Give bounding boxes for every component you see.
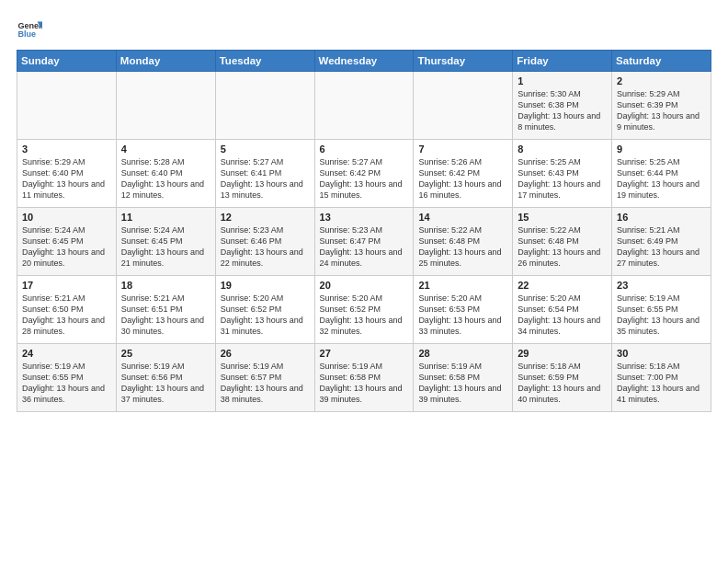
header: General Blue: [17, 17, 711, 42]
day-info: Sunrise: 5:29 AM Sunset: 6:39 PM Dayligh…: [617, 88, 706, 133]
day-cell: 15Sunrise: 5:22 AM Sunset: 6:48 PM Dayli…: [513, 208, 612, 276]
day-number: 15: [518, 212, 607, 223]
day-info: Sunrise: 5:21 AM Sunset: 6:49 PM Dayligh…: [617, 224, 706, 270]
day-cell: 30Sunrise: 5:18 AM Sunset: 7:00 PM Dayli…: [612, 344, 711, 412]
header-cell-monday: Monday: [116, 51, 215, 72]
week-row-3: 10Sunrise: 5:24 AM Sunset: 6:45 PM Dayli…: [17, 208, 711, 276]
day-cell: 14Sunrise: 5:22 AM Sunset: 6:48 PM Dayli…: [414, 208, 513, 276]
day-number: 2: [617, 75, 706, 86]
day-cell: 5Sunrise: 5:27 AM Sunset: 6:41 PM Daylig…: [215, 140, 314, 208]
header-row: SundayMondayTuesdayWednesdayThursdayFrid…: [17, 51, 711, 72]
day-cell: 29Sunrise: 5:18 AM Sunset: 6:59 PM Dayli…: [513, 344, 612, 412]
day-cell: 19Sunrise: 5:20 AM Sunset: 6:52 PM Dayli…: [215, 276, 314, 344]
svg-text:Blue: Blue: [17, 29, 36, 39]
day-info: Sunrise: 5:22 AM Sunset: 6:48 PM Dayligh…: [418, 224, 507, 270]
day-number: 28: [418, 348, 507, 359]
day-number: 25: [121, 348, 210, 359]
day-number: 12: [221, 212, 310, 223]
day-number: 6: [320, 144, 409, 155]
day-number: 7: [418, 144, 507, 155]
day-number: 20: [320, 280, 409, 291]
day-number: 8: [518, 144, 607, 155]
day-info: Sunrise: 5:21 AM Sunset: 6:50 PM Dayligh…: [22, 293, 111, 338]
day-info: Sunrise: 5:28 AM Sunset: 6:40 PM Dayligh…: [121, 156, 210, 201]
header-cell-tuesday: Tuesday: [215, 51, 314, 72]
day-cell: 8Sunrise: 5:25 AM Sunset: 6:43 PM Daylig…: [513, 140, 612, 208]
day-number: 3: [22, 144, 111, 155]
day-info: Sunrise: 5:21 AM Sunset: 6:51 PM Dayligh…: [121, 293, 210, 338]
day-info: Sunrise: 5:26 AM Sunset: 6:42 PM Dayligh…: [418, 156, 507, 201]
page: General Blue SundayMondayTuesdayWednesda…: [0, 0, 728, 421]
day-number: 16: [617, 212, 706, 223]
day-info: Sunrise: 5:18 AM Sunset: 7:00 PM Dayligh…: [617, 361, 706, 406]
day-info: Sunrise: 5:24 AM Sunset: 6:45 PM Dayligh…: [22, 224, 111, 270]
week-row-2: 3Sunrise: 5:29 AM Sunset: 6:40 PM Daylig…: [17, 140, 711, 208]
day-info: Sunrise: 5:24 AM Sunset: 6:45 PM Dayligh…: [121, 224, 210, 270]
header-cell-thursday: Thursday: [414, 51, 513, 72]
logo-icon: General Blue: [17, 17, 42, 42]
day-number: 13: [320, 212, 409, 223]
day-cell: 7Sunrise: 5:26 AM Sunset: 6:42 PM Daylig…: [414, 140, 513, 208]
logo: General Blue: [17, 17, 46, 42]
day-number: 29: [518, 348, 607, 359]
day-info: Sunrise: 5:20 AM Sunset: 6:53 PM Dayligh…: [418, 293, 507, 338]
day-info: Sunrise: 5:27 AM Sunset: 6:41 PM Dayligh…: [221, 156, 310, 201]
day-info: Sunrise: 5:23 AM Sunset: 6:47 PM Dayligh…: [320, 224, 409, 270]
header-cell-wednesday: Wednesday: [314, 51, 414, 72]
day-cell: 26Sunrise: 5:19 AM Sunset: 6:57 PM Dayli…: [215, 344, 314, 412]
day-info: Sunrise: 5:19 AM Sunset: 6:58 PM Dayligh…: [320, 361, 409, 406]
day-cell: 3Sunrise: 5:29 AM Sunset: 6:40 PM Daylig…: [17, 140, 117, 208]
day-number: 11: [121, 212, 210, 223]
day-info: Sunrise: 5:19 AM Sunset: 6:58 PM Dayligh…: [418, 361, 507, 406]
day-cell: 1Sunrise: 5:30 AM Sunset: 6:38 PM Daylig…: [513, 72, 612, 140]
day-number: 22: [518, 280, 607, 291]
day-info: Sunrise: 5:19 AM Sunset: 6:55 PM Dayligh…: [617, 293, 706, 338]
day-cell: 6Sunrise: 5:27 AM Sunset: 6:42 PM Daylig…: [314, 140, 414, 208]
day-cell: 23Sunrise: 5:19 AM Sunset: 6:55 PM Dayli…: [612, 276, 711, 344]
calendar-table: SundayMondayTuesdayWednesdayThursdayFrid…: [17, 50, 711, 412]
day-number: 4: [121, 144, 210, 155]
day-info: Sunrise: 5:30 AM Sunset: 6:38 PM Dayligh…: [518, 88, 607, 133]
day-cell: [314, 72, 414, 140]
day-info: Sunrise: 5:23 AM Sunset: 6:46 PM Dayligh…: [221, 224, 310, 270]
day-cell: 16Sunrise: 5:21 AM Sunset: 6:49 PM Dayli…: [612, 208, 711, 276]
day-number: 21: [418, 280, 507, 291]
day-cell: 24Sunrise: 5:19 AM Sunset: 6:55 PM Dayli…: [17, 344, 117, 412]
day-info: Sunrise: 5:29 AM Sunset: 6:40 PM Dayligh…: [22, 156, 111, 201]
day-number: 19: [221, 280, 310, 291]
day-info: Sunrise: 5:20 AM Sunset: 6:54 PM Dayligh…: [518, 293, 607, 338]
day-number: 26: [221, 348, 310, 359]
day-info: Sunrise: 5:22 AM Sunset: 6:48 PM Dayligh…: [518, 224, 607, 270]
day-cell: 9Sunrise: 5:25 AM Sunset: 6:44 PM Daylig…: [612, 140, 711, 208]
day-cell: 12Sunrise: 5:23 AM Sunset: 6:46 PM Dayli…: [215, 208, 314, 276]
day-info: Sunrise: 5:19 AM Sunset: 6:55 PM Dayligh…: [22, 361, 111, 406]
day-cell: [17, 72, 117, 140]
day-cell: [414, 72, 513, 140]
day-cell: 11Sunrise: 5:24 AM Sunset: 6:45 PM Dayli…: [116, 208, 215, 276]
day-cell: 10Sunrise: 5:24 AM Sunset: 6:45 PM Dayli…: [17, 208, 117, 276]
day-info: Sunrise: 5:27 AM Sunset: 6:42 PM Dayligh…: [320, 156, 409, 201]
day-number: 9: [617, 144, 706, 155]
day-cell: 25Sunrise: 5:19 AM Sunset: 6:56 PM Dayli…: [116, 344, 215, 412]
day-cell: 18Sunrise: 5:21 AM Sunset: 6:51 PM Dayli…: [116, 276, 215, 344]
day-cell: [215, 72, 314, 140]
day-number: 24: [22, 348, 111, 359]
day-info: Sunrise: 5:19 AM Sunset: 6:57 PM Dayligh…: [221, 361, 310, 406]
day-info: Sunrise: 5:18 AM Sunset: 6:59 PM Dayligh…: [518, 361, 607, 406]
day-info: Sunrise: 5:20 AM Sunset: 6:52 PM Dayligh…: [320, 293, 409, 338]
day-number: 23: [617, 280, 706, 291]
header-cell-sunday: Sunday: [17, 51, 117, 72]
day-number: 17: [22, 280, 111, 291]
day-info: Sunrise: 5:25 AM Sunset: 6:43 PM Dayligh…: [518, 156, 607, 201]
day-cell: 22Sunrise: 5:20 AM Sunset: 6:54 PM Dayli…: [513, 276, 612, 344]
header-cell-friday: Friday: [513, 51, 612, 72]
day-cell: 20Sunrise: 5:20 AM Sunset: 6:52 PM Dayli…: [314, 276, 414, 344]
day-cell: 27Sunrise: 5:19 AM Sunset: 6:58 PM Dayli…: [314, 344, 414, 412]
day-number: 30: [617, 348, 706, 359]
day-number: 18: [121, 280, 210, 291]
week-row-5: 24Sunrise: 5:19 AM Sunset: 6:55 PM Dayli…: [17, 344, 711, 412]
day-cell: 21Sunrise: 5:20 AM Sunset: 6:53 PM Dayli…: [414, 276, 513, 344]
day-info: Sunrise: 5:25 AM Sunset: 6:44 PM Dayligh…: [617, 156, 706, 201]
header-cell-saturday: Saturday: [612, 51, 711, 72]
day-number: 27: [320, 348, 409, 359]
